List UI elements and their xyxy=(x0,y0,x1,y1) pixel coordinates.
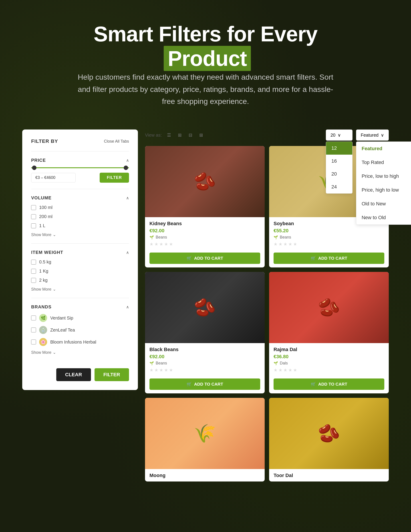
volume-show-more[interactable]: Show More ⌄ xyxy=(31,232,129,237)
per-page-16[interactable]: 16 xyxy=(326,155,352,168)
add-to-cart-rajma-dal[interactable]: 🛒 ADD TO CART xyxy=(274,379,384,390)
add-to-cart-soybean[interactable]: 🛒 ADD TO CART xyxy=(274,253,384,264)
volume-section-header[interactable]: VOLUME ∧ xyxy=(31,195,129,200)
volume-200ml-checkbox[interactable] xyxy=(31,214,36,219)
price-range-slider[interactable] xyxy=(31,167,129,168)
products-area: View as: ☰ ⊞ ⊟ ⊞ 20 ∨ xyxy=(145,130,389,482)
add-to-cart-kidney-beans[interactable]: 🛒 ADD TO CART xyxy=(149,253,260,264)
grid-3-view-icon[interactable]: ⊟ xyxy=(186,131,195,139)
volume-option-100ml: 100 ml xyxy=(31,205,129,210)
weight-0.5kg-label: 0.5 kg xyxy=(39,259,51,265)
product-price-rajma-dal: €36.80 xyxy=(274,354,384,360)
price-filter-button[interactable]: FILTER xyxy=(100,173,129,183)
volume-100ml-checkbox[interactable] xyxy=(31,205,36,210)
product-card-moong: 🌾 Moong xyxy=(145,398,265,482)
product-info-black-beans: Black Beans €92.00 🌱 Beans ★ ★ ★ ★ ★ xyxy=(145,343,265,378)
product-name-moong: Moong xyxy=(149,473,260,478)
category-icon-rajma: 🌱 xyxy=(274,361,278,365)
star-rating-rajma-dal: ★ ★ ★ ★ ★ xyxy=(274,367,384,373)
price-range-input[interactable] xyxy=(31,173,76,182)
star-5: ★ xyxy=(169,241,173,247)
product-image-moong: 🌾 xyxy=(145,398,265,469)
per-page-trigger[interactable]: 20 ∨ xyxy=(326,130,353,141)
price-filter-section: PRICE ∧ FILTER xyxy=(31,151,129,189)
add-to-cart-black-beans[interactable]: 🛒 ADD TO CART xyxy=(149,379,260,390)
per-page-12[interactable]: 12 xyxy=(326,142,352,155)
cart-icon-black-beans: 🛒 xyxy=(187,382,192,387)
sort-top-rated[interactable]: Top Rated xyxy=(356,155,411,169)
weight-show-more-chevron-icon: ⌄ xyxy=(53,287,56,292)
star-rating-black-beans: ★ ★ ★ ★ ★ xyxy=(149,367,260,373)
product-price-black-beans: €92.00 xyxy=(149,354,260,360)
category-label-black-beans: Beans xyxy=(156,361,167,366)
brand-bloom-logo: 🌸 xyxy=(39,338,47,346)
add-to-cart-label-rajma: ADD TO CART xyxy=(318,382,347,387)
weight-option-1kg: 1 Kg xyxy=(31,269,129,274)
star-4: ★ xyxy=(288,367,292,373)
close-all-tabs-button[interactable]: Close All Tabs xyxy=(104,139,129,144)
star-2: ★ xyxy=(154,241,158,247)
cart-icon-rajma: 🛒 xyxy=(311,382,316,387)
product-price-soybean: €55.20 xyxy=(274,228,384,234)
per-page-menu: 12 16 20 24 xyxy=(326,142,353,194)
per-page-24[interactable]: 24 xyxy=(326,180,352,193)
filter-by-label: FILTER BY xyxy=(31,138,58,144)
product-card-black-beans: 🫘 Black Beans €92.00 🌱 Beans ★ ★ ★ xyxy=(145,272,265,393)
brand-bloom-checkbox[interactable] xyxy=(31,340,36,344)
product-name-toor-dal: Toor Dal xyxy=(274,473,384,478)
list-view-icon[interactable]: ☰ xyxy=(165,131,173,139)
product-image-kidney-beans: 🫘 xyxy=(145,146,265,217)
cart-icon-kidney: 🛒 xyxy=(187,256,192,261)
per-page-20[interactable]: 20 xyxy=(326,168,352,180)
volume-1l-label: 1 L xyxy=(39,223,45,228)
star-2: ★ xyxy=(279,241,282,247)
weight-show-more[interactable]: Show More ⌄ xyxy=(31,287,129,292)
brand-bloom-herbal: 🌸 Bloom Infusions Herbal xyxy=(31,338,129,346)
weight-chevron-icon: ∧ xyxy=(126,250,129,255)
weight-0.5kg-checkbox[interactable] xyxy=(31,260,36,265)
volume-chevron-icon: ∧ xyxy=(126,196,129,200)
per-page-selected: 20 xyxy=(330,133,335,138)
sort-old-to-new[interactable]: Old to New xyxy=(356,197,411,211)
sort-price-high-low[interactable]: Price, high to low xyxy=(356,183,411,197)
grid-2-view-icon[interactable]: ⊞ xyxy=(176,131,184,139)
sort-featured[interactable]: Featured xyxy=(356,142,411,155)
category-icon-soybean: 🌱 xyxy=(274,235,278,239)
volume-1l-checkbox[interactable] xyxy=(31,223,36,228)
category-label-rajma: Dals xyxy=(280,361,288,366)
brands-section-title: BRANDS xyxy=(31,304,52,310)
per-page-dropdown[interactable]: 20 ∨ 12 16 20 24 xyxy=(326,130,353,141)
price-section-header[interactable]: PRICE ∧ xyxy=(31,158,129,163)
weight-section-header[interactable]: ITEM WEIGHT ∧ xyxy=(31,250,129,255)
product-info-rajma-dal: Rajma Dal €36.80 🌱 Dals ★ ★ ★ ★ ★ xyxy=(269,343,389,378)
star-3: ★ xyxy=(283,367,287,373)
brands-show-more[interactable]: Show More ⌄ xyxy=(31,350,129,355)
star-3: ★ xyxy=(159,241,163,247)
brand-zenleaf-checkbox[interactable] xyxy=(31,328,36,332)
sort-trigger[interactable]: Featured ∨ xyxy=(356,130,389,141)
sort-price-low-high[interactable]: Price, low to high xyxy=(356,169,411,183)
volume-100ml-label: 100 ml xyxy=(39,205,53,210)
brands-section-header[interactable]: BRANDS ∧ xyxy=(31,304,129,310)
grid-4-view-icon[interactable]: ⊞ xyxy=(197,131,205,139)
weight-2kg-checkbox[interactable] xyxy=(31,278,36,283)
weight-1kg-checkbox[interactable] xyxy=(31,269,36,274)
product-category-black-beans: 🌱 Beans xyxy=(149,361,260,366)
product-card-toor-dal: 🫘 Toor Dal xyxy=(269,398,389,482)
brand-zenleaf-logo: 🍵 xyxy=(39,326,47,334)
star-5: ★ xyxy=(293,367,297,373)
apply-filter-button[interactable]: FILTER xyxy=(94,368,129,381)
brand-bloom-label: Bloom Infusions Herbal xyxy=(50,340,96,345)
sort-dropdown[interactable]: Featured ∨ Featured Top Rated Price, low… xyxy=(356,130,389,141)
sort-new-to-old[interactable]: New to Old xyxy=(356,211,411,225)
volume-200ml-label: 200 ml xyxy=(39,214,53,219)
product-category-kidney-beans: 🌱 Beans xyxy=(149,235,260,240)
clear-button[interactable]: CLEAR xyxy=(56,368,91,381)
price-section-title: PRICE xyxy=(31,158,46,163)
brands-filter-section: BRANDS ∧ 🌿 Verdant Sip 🍵 ZenLeaf Tea xyxy=(31,298,129,361)
price-range-display: FILTER xyxy=(31,173,129,183)
brand-verdant-checkbox[interactable] xyxy=(31,315,36,320)
volume-section-title: VOLUME xyxy=(31,195,52,200)
product-name-black-beans: Black Beans xyxy=(149,347,260,352)
view-as-section: View as: ☰ ⊞ ⊟ ⊞ xyxy=(145,131,205,139)
